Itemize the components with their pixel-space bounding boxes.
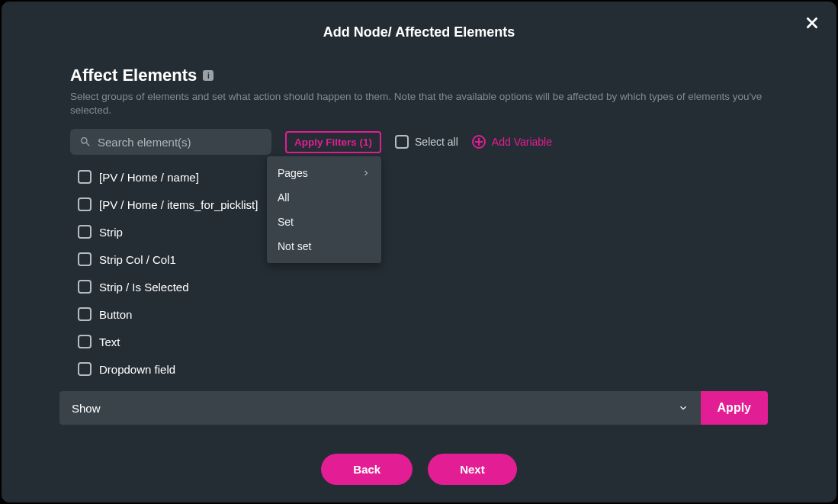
list-item[interactable]: [PV / Home / items_for_picklist] <box>78 197 768 211</box>
list-item[interactable]: [PV / Home / name] <box>78 170 768 184</box>
plus-circle-icon <box>472 135 486 149</box>
list-item-label: [PV / Home / name] <box>99 171 199 184</box>
apply-filters-button[interactable]: Apply Filters (1) <box>285 131 381 153</box>
list-item[interactable]: Strip / Is Selected <box>78 280 768 294</box>
add-variable-button[interactable]: Add Variable <box>472 135 552 149</box>
list-item-label: Strip <box>99 226 123 239</box>
list-item[interactable]: Dropdown field <box>78 362 768 376</box>
list-item-label: Strip / Is Selected <box>99 281 189 294</box>
list-item[interactable]: Strip <box>78 225 768 239</box>
list-item-label: Text <box>99 335 120 348</box>
checkbox-icon[interactable] <box>78 307 92 321</box>
action-select[interactable]: Show <box>59 391 701 425</box>
modal-content: Affect Elements i Select groups of eleme… <box>17 50 821 485</box>
list-item[interactable]: Text <box>78 335 768 348</box>
action-selected-label: Show <box>72 402 101 415</box>
list-item-label: Button <box>99 308 132 321</box>
toolbar: Apply Filters (1) Select all Add Variabl… <box>70 129 768 155</box>
section-header: Affect Elements i <box>70 66 768 85</box>
chevron-down-icon <box>678 403 689 413</box>
add-variable-label: Add Variable <box>492 136 552 148</box>
filter-item-set[interactable]: Set <box>267 210 381 234</box>
filter-item-not-set[interactable]: Not set <box>267 234 381 258</box>
list-item-label: Strip Col / Col1 <box>99 253 176 266</box>
filter-item-all[interactable]: All <box>267 185 381 210</box>
list-item[interactable]: Button <box>78 307 768 321</box>
checkbox-icon <box>395 135 409 149</box>
section-title: Affect Elements <box>70 66 197 85</box>
action-bar: Show Apply <box>59 391 768 425</box>
back-button[interactable]: Back <box>321 454 413 485</box>
list-item-label: Dropdown field <box>99 363 175 376</box>
checkbox-icon[interactable] <box>78 225 92 239</box>
list-item[interactable]: Strip Col / Col1 <box>78 252 768 266</box>
close-button[interactable] <box>801 12 823 34</box>
filter-item-label: Pages <box>278 167 308 179</box>
filter-item-pages[interactable]: Pages <box>267 161 381 185</box>
apply-button[interactable]: Apply <box>701 391 768 425</box>
filter-item-label: Not set <box>278 240 311 252</box>
next-button[interactable]: Next <box>428 454 517 485</box>
modal-header: Add Node/ Affected Elements <box>17 14 821 50</box>
select-all-label: Select all <box>415 136 458 148</box>
checkbox-icon[interactable] <box>78 170 92 184</box>
search-input[interactable] <box>98 136 262 149</box>
checkbox-icon[interactable] <box>78 335 92 348</box>
filter-item-label: Set <box>278 216 294 228</box>
modal-title: Add Node/ Affected Elements <box>17 14 821 40</box>
checkbox-icon[interactable] <box>78 252 92 266</box>
filter-item-label: All <box>278 191 290 204</box>
search-icon <box>79 136 92 148</box>
element-list: [PV / Home / name] [PV / Home / items_fo… <box>70 170 768 376</box>
list-item-label: [PV / Home / items_for_picklist] <box>99 198 258 211</box>
checkbox-icon[interactable] <box>78 362 92 376</box>
filter-dropdown-menu: Pages All Set Not set <box>267 156 381 263</box>
modal-dialog: Add Node/ Affected Elements Affect Eleme… <box>2 2 836 502</box>
checkbox-icon[interactable] <box>78 197 92 211</box>
search-field[interactable] <box>70 129 271 155</box>
chevron-right-icon <box>361 169 371 178</box>
close-icon <box>804 14 820 31</box>
section-description: Select groups of elements and set what a… <box>70 90 768 117</box>
select-all-checkbox[interactable]: Select all <box>395 135 458 149</box>
footer-buttons: Back Next <box>70 454 768 485</box>
info-icon[interactable]: i <box>203 70 214 81</box>
checkbox-icon[interactable] <box>78 280 92 294</box>
